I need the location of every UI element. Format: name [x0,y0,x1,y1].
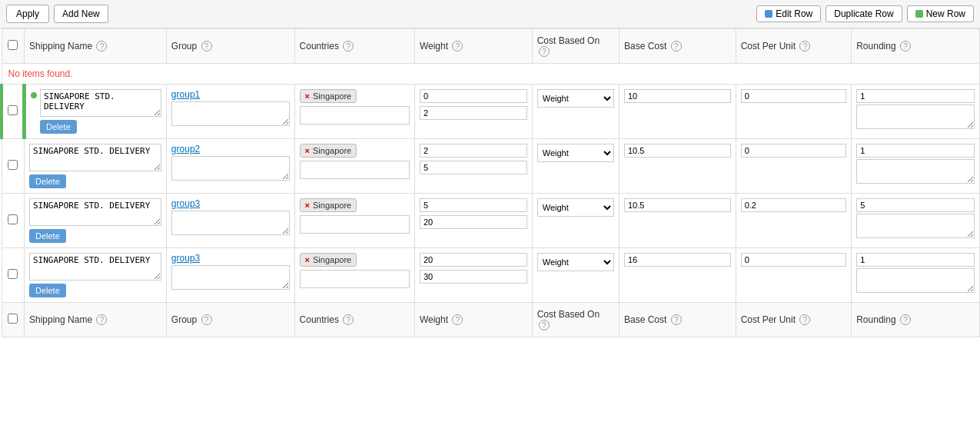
rounding-textarea-2[interactable] [856,159,975,184]
cost-based-on-help-icon[interactable]: ? [539,46,550,57]
base-cost-input-2[interactable] [624,144,731,158]
countries-help-icon[interactable]: ? [343,41,354,51]
footer-countries: Countries ? [294,303,414,337]
weight-from-input-2[interactable] [420,144,527,158]
country-tag-remove-3[interactable]: × [305,201,310,210]
rounding-input-4[interactable] [856,253,975,267]
footer-select-all[interactable] [2,303,25,337]
delete-button-1[interactable]: Delete [40,120,77,134]
weight-to-input-2[interactable] [420,161,527,174]
countries-input-4[interactable] [300,270,410,288]
footer-base-cost-help-icon[interactable]: ? [671,314,682,325]
base-cost-input-3[interactable] [624,198,731,212]
group-input-3[interactable] [171,211,290,235]
weight-from-input-3[interactable] [420,198,527,212]
cost-based-on-select-2[interactable]: WeightPriceQuantityVolume [537,144,614,162]
rounding-help-icon[interactable]: ? [900,41,911,51]
table-body: No items found. SINGAPORE STD. DELIVERY … [2,64,980,303]
delete-button-3[interactable]: Delete [29,229,66,243]
base-cost-help-icon[interactable]: ? [671,41,682,51]
country-tag-remove-1[interactable]: × [305,91,310,101]
no-items-message: No items found. [8,68,73,79]
toolbar-right: Edit Row Duplicate Row New Row [756,5,974,22]
group-link-2[interactable]: group2 [171,144,200,154]
group-input-1[interactable] [171,101,290,126]
countries-input-3[interactable] [300,215,410,234]
row-checkbox-3[interactable] [8,214,18,224]
cpu-input-1[interactable] [741,89,847,103]
group-help-icon[interactable]: ? [201,41,212,51]
footer-cpu-help-icon[interactable]: ? [799,314,810,325]
shipping-name-input-2[interactable]: SINGAPORE STD. DELIVERY [29,144,161,171]
footer-rounding-help-icon[interactable]: ? [900,314,911,325]
shipping-name-cell: SINGAPORE STD. DELIVERY Delete [25,248,167,303]
footer-cost-based-on-help-icon[interactable]: ? [539,320,550,330]
footer-cost-based-on: Cost Based On ? [532,303,619,337]
rounding-textarea-3[interactable] [856,214,975,238]
group-link-4[interactable]: group3 [171,253,200,264]
rounding-input-1[interactable] [856,89,975,103]
weight-to-input-3[interactable] [420,215,527,229]
toolbar: Apply Add New Edit Row Duplicate Row New… [0,0,980,28]
cpu-cell [736,248,852,303]
apply-button[interactable]: Apply [6,5,49,23]
rounding-input-2[interactable] [856,144,975,158]
row-checkbox-1[interactable] [8,105,18,115]
countries-input-1[interactable] [300,106,410,125]
cost-based-on-select-3[interactable]: WeightPriceQuantityVolume [537,198,614,217]
footer-select-all-checkbox[interactable] [8,314,18,324]
group-link-1[interactable]: group1 [171,89,200,100]
header-base-cost: Base Cost ? [619,29,736,64]
shipping-name-input-4[interactable]: SINGAPORE STD. DELIVERY [29,253,161,281]
header-select-all[interactable] [2,29,25,64]
shipping-name-input-1[interactable]: SINGAPORE STD. DELIVERY [40,89,161,117]
country-tag-label-3: Singapore [313,201,351,210]
shipping-name-input-3[interactable]: SINGAPORE STD. DELIVERY [29,198,161,226]
footer-group-help-icon[interactable]: ? [201,314,212,325]
cost-based-on-select-1[interactable]: WeightPriceQuantityVolume [537,89,614,108]
rounding-textarea-1[interactable] [856,105,975,129]
country-tag-remove-2[interactable]: × [305,146,310,155]
table-footer: Shipping Name ? Group ? Countries ? Weig… [2,303,980,337]
footer-weight-help-icon[interactable]: ? [452,314,463,325]
header-cost-per-unit: Cost Per Unit ? [736,29,852,64]
cpu-input-3[interactable] [741,198,847,212]
base-cost-input-4[interactable] [624,253,731,267]
new-row-button[interactable]: New Row [907,5,974,22]
row-checkbox-2[interactable] [8,160,18,170]
weight-from-input-4[interactable] [420,253,527,267]
add-new-button[interactable]: Add New [54,5,108,23]
weight-from-input-1[interactable] [420,89,527,103]
delete-button-4[interactable]: Delete [29,284,66,297]
row-checkbox-cell [2,139,25,194]
group-input-2[interactable] [171,156,290,181]
cpu-input-2[interactable] [741,144,847,158]
footer-shipping-name-help-icon[interactable]: ? [96,314,107,325]
cpu-cell [736,85,852,139]
group-input-4[interactable] [171,265,290,290]
cost-based-on-select-4[interactable]: WeightPriceQuantityVolume [537,253,614,271]
footer-countries-help-icon[interactable]: ? [343,314,354,325]
base-cost-input-1[interactable] [624,89,731,103]
cpu-input-4[interactable] [741,253,847,267]
weight-help-icon[interactable]: ? [452,41,463,51]
group-link-3[interactable]: group3 [171,198,200,209]
table-row: SINGAPORE STD. DELIVERY Delete group3 × … [2,248,980,303]
weight-to-input-4[interactable] [420,270,527,284]
country-tag-4: × Singapore [300,253,357,267]
select-all-checkbox[interactable] [8,40,18,50]
shipping-name-help-icon[interactable]: ? [96,41,107,51]
duplicate-row-button[interactable]: Duplicate Row [826,5,902,22]
delete-button-2[interactable]: Delete [29,174,66,188]
rounding-textarea-4[interactable] [856,268,975,293]
rounding-input-3[interactable] [856,198,975,212]
edit-row-button[interactable]: Edit Row [756,5,821,22]
edit-row-label: Edit Row [776,8,812,19]
weight-to-input-1[interactable] [420,106,527,120]
footer-cost-per-unit: Cost Per Unit ? [736,303,852,337]
row-checkbox-4[interactable] [8,269,18,279]
cpu-help-icon[interactable]: ? [799,41,810,51]
rounding-cell [852,194,980,248]
country-tag-remove-4[interactable]: × [305,255,310,264]
countries-input-2[interactable] [300,161,410,179]
